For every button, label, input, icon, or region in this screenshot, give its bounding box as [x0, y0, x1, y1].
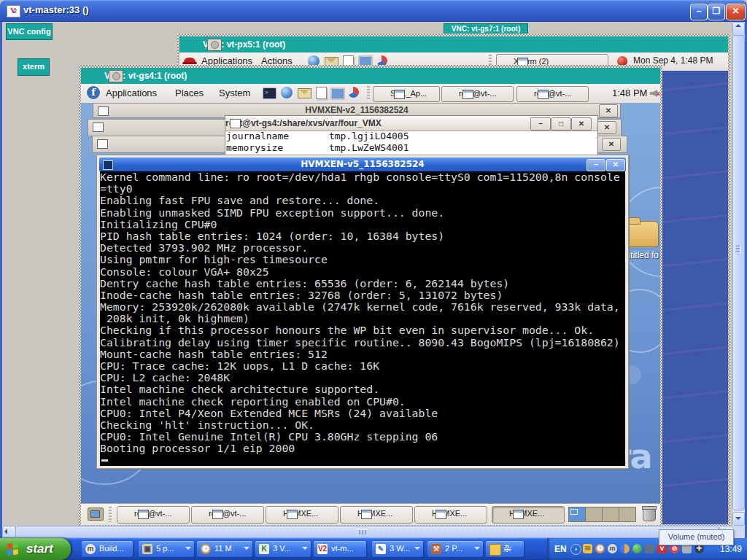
fedora-menu-icon[interactable]: f: [87, 86, 100, 99]
close-icon[interactable]: ✕: [597, 121, 616, 134]
workspace-1-active[interactable]: [568, 507, 586, 522]
clock-tray-icon[interactable]: 🕒: [595, 544, 605, 553]
impress-launcher-icon[interactable]: [330, 88, 345, 100]
bottom-task-hvmxe3[interactable]: HVMXE...: [414, 506, 487, 524]
trash-icon[interactable]: [643, 508, 656, 521]
browser-launcher-icon[interactable]: [281, 87, 293, 98]
window-icon: [538, 90, 549, 99]
green-ball-tray-icon[interactable]: [632, 544, 642, 553]
m-tray-icon[interactable]: m: [608, 544, 617, 553]
gs4-top-panel: f Applications Places System SDL_Ap... r…: [81, 84, 660, 104]
host-window-titlebar[interactable]: V2 vt-master:33 () – ❐ ✕: [0, 0, 747, 22]
vertical-scroll-thumb[interactable]: [732, 35, 745, 510]
task-group-p2[interactable]: ⚒ 2 P...: [427, 541, 483, 557]
panel-handle[interactable]: [109, 507, 112, 522]
scroll-down-button[interactable]: [732, 512, 745, 526]
px5-iconify-button[interactable]: [207, 39, 222, 51]
minimize-button[interactable]: –: [690, 4, 708, 20]
workspace-4[interactable]: [619, 507, 636, 522]
fourvmx-titlebar[interactable]: root@vt-gs4:/share/xvs/var/four_VMX – □ …: [225, 116, 597, 131]
close-icon[interactable]: ✕: [599, 104, 618, 117]
tool-icon: ⚒: [431, 544, 441, 554]
language-bar-arrow-icon[interactable]: ›: [570, 544, 581, 555]
console-line: Mount-cache hash table entries: 512: [100, 349, 625, 360]
horizontal-scrollbar[interactable]: [2, 526, 732, 538]
gs4-task-sdl[interactable]: SDL_Ap...: [373, 86, 440, 102]
bottom-task-hvmxe2[interactable]: HVMXE...: [340, 506, 413, 524]
window-icon: [138, 510, 149, 519]
close-icon[interactable]: ✕: [571, 117, 592, 131]
gs4-task-root1[interactable]: root@vt-...: [441, 86, 514, 102]
xterm-icon-label[interactable]: xterm: [18, 58, 50, 76]
start-button[interactable]: start: [0, 538, 71, 560]
desktop-folder-icon[interactable]: [624, 221, 659, 247]
task-vt-master[interactable]: V2 vt-m...: [314, 541, 366, 557]
gs4-iconify-button[interactable]: [109, 70, 123, 82]
vnc-app-icon: V2: [7, 5, 20, 18]
task-build[interactable]: m Build...: [82, 541, 133, 557]
bottom-task-hvmxe1[interactable]: HVMXE...: [266, 506, 338, 524]
scroll-left-button[interactable]: [2, 526, 16, 538]
px5-clock[interactable]: Mon Sep 4, 1:48 PM: [633, 55, 713, 66]
console-line: Console: colour VGA+ 80x25: [100, 266, 625, 278]
window-icon: [212, 510, 223, 519]
gs4-menu-applications[interactable]: Applications: [106, 88, 157, 98]
show-desktop-icon[interactable]: [88, 508, 104, 521]
panel-handle[interactable]: [367, 86, 370, 101]
close-button[interactable]: ✕: [726, 4, 746, 20]
gs4-clock[interactable]: 1:48 PM: [612, 88, 647, 98]
console-line: CPU0: Intel Genuine Intel(R) CPU 3.80GHz…: [100, 431, 625, 443]
task-group-p[interactable]: ▣ 5 p...: [139, 541, 194, 557]
task-group-m[interactable]: 🕒 11 M.: [197, 541, 252, 557]
display-tray-icon[interactable]: [645, 544, 654, 553]
px5-titlebar[interactable]: VNC: vt-px5:1 (root): [179, 36, 728, 52]
minimize-icon[interactable]: –: [587, 159, 605, 171]
horizontal-scroll-thumb[interactable]: [15, 526, 719, 538]
fourvmx-terminal-window: root@vt-gs4:/share/xvs/var/four_VMX – □ …: [225, 115, 598, 157]
task-group-v[interactable]: K 3 V...: [255, 541, 311, 557]
mail-launcher-icon[interactable]: [298, 88, 311, 98]
bottom-task-root1[interactable]: root@vt-...: [117, 506, 190, 524]
scroll-up-button[interactable]: [732, 22, 745, 36]
writer-launcher-icon[interactable]: [316, 87, 327, 99]
kernel-boot-console: Kernel command line: ro root=/dev/hda1 r…: [100, 171, 625, 466]
task-folder-za[interactable]: 杂: [486, 541, 524, 557]
terminal-launcher-icon[interactable]: [263, 88, 276, 99]
console-line: Initializing CPU#0: [100, 219, 625, 230]
terminal-line: memorysize tmp.LwZeWS4001: [226, 142, 597, 154]
window-icon: [287, 510, 298, 519]
mute-x-mark: x: [657, 90, 660, 97]
bottom-task-root2[interactable]: root@vt-...: [191, 506, 264, 524]
close-icon[interactable]: ✕: [606, 159, 625, 171]
minimize-icon[interactable]: –: [530, 117, 551, 131]
task-group-w[interactable]: ✎ 3 W...: [372, 541, 423, 557]
users-tray-icon[interactable]: [620, 544, 630, 553]
workspace-3[interactable]: [602, 507, 619, 522]
window-icon: [436, 510, 446, 519]
bottom-task-hvmxe4-active[interactable]: HVMXE...: [492, 506, 565, 524]
calc-launcher-icon[interactable]: [348, 87, 359, 98]
redhat-menu-icon[interactable]: [184, 58, 196, 63]
maximize-button[interactable]: ❐: [708, 4, 725, 20]
gs4-menu-places[interactable]: Places: [175, 88, 204, 98]
gs4-menu-system[interactable]: System: [219, 88, 250, 98]
window-icon: [394, 90, 405, 99]
vertical-scrollbar[interactable]: [732, 22, 745, 526]
hvmxen5-titlebar[interactable]: HVMXEN-v5_1156382524 – ✕: [99, 158, 626, 171]
resize-grip[interactable]: [732, 526, 745, 538]
windows-logo-icon: [7, 542, 19, 556]
console-line: Dentry cache hash table entries: 65536 (…: [100, 278, 625, 289]
window-icon: [513, 510, 524, 519]
notepad-icon: ✎: [376, 544, 386, 554]
console-line: Checking if this processor honours the W…: [100, 324, 625, 336]
gs4-titlebar[interactable]: VNC: vt-gs4:1 (root): [81, 68, 660, 84]
workspace-window-thumb: [570, 509, 578, 515]
close-icon[interactable]: ✕: [602, 138, 621, 151]
console-line: CPU0: Intel P4/Xeon Extended MCE MSRs (2…: [100, 408, 625, 419]
maximize-icon[interactable]: □: [551, 117, 571, 131]
mail-tray-icon[interactable]: ✉: [583, 544, 592, 553]
gs4-task-root2[interactable]: root@vt-...: [516, 86, 589, 102]
workspace-2[interactable]: [585, 507, 603, 522]
vnc-config-window[interactable]: VNC config: [6, 23, 53, 40]
language-indicator[interactable]: EN: [554, 544, 567, 554]
